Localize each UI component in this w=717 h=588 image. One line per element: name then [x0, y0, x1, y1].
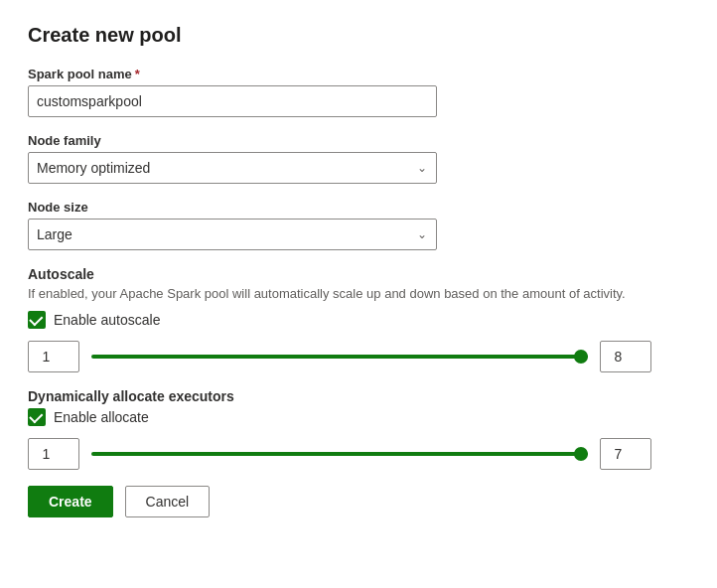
autoscale-checkbox[interactable] [28, 311, 46, 329]
cancel-button[interactable]: Cancel [125, 486, 211, 517]
node-family-select[interactable]: Memory optimized General purpose Compute… [28, 152, 437, 184]
autoscale-checkbox-row: Enable autoscale [28, 311, 689, 329]
node-family-field: Node family Memory optimized General pur… [28, 133, 689, 184]
spark-pool-name-label: Spark pool name * [28, 67, 689, 81]
spark-pool-name-input[interactable] [28, 85, 437, 117]
autoscale-title: Autoscale [28, 266, 689, 282]
autoscale-slider-container [91, 341, 588, 372]
autoscale-slider-row [28, 341, 689, 372]
dynamic-executors-slider[interactable] [91, 452, 588, 456]
create-button[interactable]: Create [28, 486, 113, 517]
dynamic-executors-slider-row [28, 438, 689, 470]
dynamic-executors-slider-container [91, 438, 588, 470]
dynamic-executors-section: Dynamically allocate executors Enable al… [28, 388, 689, 470]
dynamic-executors-checkbox-label: Enable allocate [54, 409, 149, 425]
node-size-label: Node size [28, 200, 689, 215]
node-size-select[interactable]: Small Medium Large XLarge XXLarge [28, 219, 437, 250]
dynamic-executors-checkbox-row: Enable allocate [28, 408, 689, 426]
dynamic-executors-max-input[interactable] [600, 438, 651, 470]
page-title: Create new pool [28, 24, 689, 47]
dynamic-executors-min-input[interactable] [28, 438, 79, 470]
node-family-wrapper: Memory optimized General purpose Compute… [28, 152, 437, 184]
autoscale-checkbox-label: Enable autoscale [54, 312, 160, 328]
node-family-label: Node family [28, 133, 689, 148]
dynamic-executors-title: Dynamically allocate executors [28, 388, 689, 404]
autoscale-max-input[interactable] [600, 341, 651, 372]
autoscale-section: Autoscale If enabled, your Apache Spark … [28, 266, 689, 372]
node-size-wrapper: Small Medium Large XLarge XXLarge ⌄ [28, 219, 437, 250]
required-indicator: * [135, 67, 140, 81]
autoscale-min-input[interactable] [28, 341, 79, 372]
node-size-field: Node size Small Medium Large XLarge XXLa… [28, 200, 689, 250]
autoscale-slider[interactable] [91, 355, 588, 359]
spark-pool-name-field: Spark pool name * [28, 67, 689, 117]
dynamic-executors-checkbox[interactable] [28, 408, 46, 426]
autoscale-description: If enabled, your Apache Spark pool will … [28, 286, 673, 301]
button-row: Create Cancel [28, 486, 689, 517]
